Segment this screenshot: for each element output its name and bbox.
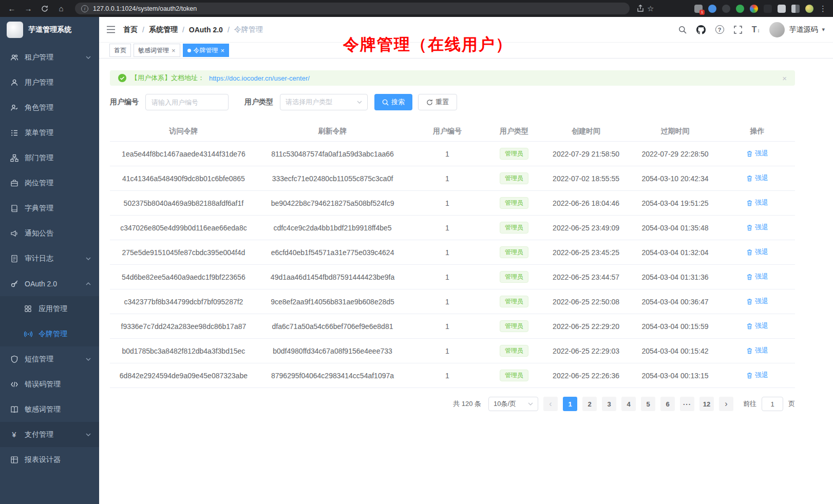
trash-icon [746,249,753,256]
breadcrumb-item[interactable]: OAuth 2.0 [189,26,223,34]
search-icon[interactable] [678,26,687,34]
page-button[interactable]: 2 [582,397,597,411]
home-icon[interactable]: ⌂ [54,4,68,13]
force-logout-label: 强退 [755,149,768,158]
force-logout-button[interactable]: 强退 [746,223,768,232]
extension-icon[interactable] [750,5,758,13]
force-logout-button[interactable]: 强退 [746,346,768,355]
split-view-icon[interactable] [791,5,800,13]
prev-page-button[interactable]: ‹ [543,397,558,411]
user-id-input[interactable] [145,94,229,110]
sidebar-item-notice[interactable]: 通知公告 [0,221,99,246]
page-size-value: 10条/页 [494,399,516,409]
page-button[interactable]: 12 [699,397,714,411]
role-icon [10,103,18,112]
page-button[interactable]: 4 [621,397,636,411]
sidebar-item-post[interactable]: 岗位管理 [0,170,99,196]
bookmark-star-icon[interactable]: ☆ [647,4,654,13]
trash-icon [746,150,753,157]
page-button[interactable]: 5 [641,397,655,411]
github-icon[interactable] [696,25,706,34]
page-button[interactable]: 1 [563,397,577,411]
share-icon[interactable] [637,5,644,12]
force-logout-button[interactable]: 强退 [746,173,768,183]
logo-image [7,22,23,38]
force-logout-button[interactable]: 强退 [746,297,768,306]
info-icon[interactable]: i [81,5,88,12]
sidebar-item-pay[interactable]: ¥ 支付管理 [0,422,99,447]
user-id-cell: 1 [408,175,486,183]
browser-menu-icon[interactable]: ⋮ [819,4,827,13]
force-logout-button[interactable]: 强退 [746,321,768,331]
breadcrumb-item[interactable]: 系统管理 [149,25,178,34]
refresh-icon[interactable] [38,5,51,12]
sidebar-item-role[interactable]: 角色管理 [0,95,99,120]
fullscreen-icon[interactable] [734,26,742,34]
force-logout-button[interactable]: 强退 [746,272,768,281]
sidebar-item-sms[interactable]: 短信管理 [0,346,99,372]
search-button[interactable]: 搜索 [374,94,412,110]
force-logout-button[interactable]: 强退 [746,247,768,257]
font-size-icon[interactable]: T↕ [752,25,760,34]
pager-ellipsis[interactable]: ··· [680,397,694,411]
force-logout-label: 强退 [755,346,768,355]
close-icon[interactable]: × [221,47,225,54]
extension-icon[interactable] [736,5,744,13]
profile-avatar-icon[interactable] [805,5,813,13]
shield-icon [10,355,18,363]
extension-icon[interactable] [764,5,772,13]
page-button[interactable]: 6 [660,397,675,411]
back-icon[interactable]: ← [5,4,18,13]
sidebar-item-dict[interactable]: 字典管理 [0,196,99,221]
force-logout-button[interactable]: 强退 [746,149,768,158]
force-logout-button[interactable]: 强退 [746,371,768,380]
column-header: 创建时间 [541,127,630,136]
sidebar-item-tenant[interactable]: 租户管理 [0,45,99,70]
user-id-cell: 1 [408,372,486,380]
sidebar-item-oauth-token[interactable]: 令牌管理 [0,321,99,346]
close-icon[interactable]: × [782,74,787,83]
sidebar-item-user[interactable]: 用户管理 [0,70,99,95]
font-size-arrows: ↕ [757,28,760,33]
breadcrumb-separator: / [228,26,230,34]
doc-link[interactable]: https://doc.iocoder.cn/user-center/ [209,74,310,82]
user-type-badge: 管理员 [500,320,528,332]
user-type-cell: 管理员 [487,296,542,307]
sidebar-item-oauth[interactable]: OAuth 2.0 [0,271,99,296]
reset-button[interactable]: 重置 [418,94,457,110]
column-header: 用户编号 [408,127,486,136]
token-table-body: 1ea5e44f8bc1467aaede43144f31de76811c5304… [110,142,795,388]
refresh-token-cell: b0df4980ffd34c67a08f9156e4eee733 [257,347,408,355]
force-logout-button[interactable]: 强退 [746,198,768,207]
extension-icon[interactable] [722,5,730,13]
sidebar-item-sensitive-word[interactable]: 敏感词管理 [0,397,99,422]
pager-pages: 123456···12 [563,397,714,411]
tab-home[interactable]: 首页 [109,44,131,57]
extension-icon[interactable]: 1 [694,5,703,13]
help-icon[interactable]: ? [715,25,724,34]
extension-icon[interactable] [708,5,716,13]
page-button[interactable]: 3 [602,397,616,411]
user-type-select[interactable]: 请选择用户类型 [280,94,368,110]
next-page-button[interactable]: › [719,397,733,411]
goto-page-input[interactable] [762,397,783,411]
user-menu[interactable]: 芋道源码 ▾ [769,22,825,37]
expire-time-cell: 2054-03-04 19:51:25 [631,199,720,207]
hamburger-icon[interactable] [106,26,116,33]
sidebar-item-audit-log[interactable]: 审计日志 [0,246,99,271]
tab-token[interactable]: 令牌管理 × [183,44,230,57]
sidebar-item-error-code[interactable]: 错误码管理 [0,372,99,397]
breadcrumb-item[interactable]: 首页 [123,25,138,34]
page-size-select[interactable]: 10条/页 [488,397,538,411]
sidebar-item-oauth-app[interactable]: 应用管理 [0,296,99,321]
close-icon[interactable]: × [172,47,176,54]
url-text: 127.0.0.1:1024/system/oauth2/token [93,5,197,12]
forward-icon[interactable]: → [22,4,35,13]
sidebar-item-dept[interactable]: 部门管理 [0,145,99,170]
extension-icon[interactable] [778,5,786,13]
tab-sensitive-word[interactable]: 敏感词管理 × [134,44,180,57]
access-token-cell: 275e5de9151045fe87cbdc395e004f4d [110,248,257,257]
address-bar[interactable]: i 127.0.0.1:1024/system/oauth2/token [75,3,630,14]
sidebar-item-report-designer[interactable]: 报表设计器 [0,447,99,472]
sidebar-item-menu[interactable]: 菜单管理 [0,120,99,145]
